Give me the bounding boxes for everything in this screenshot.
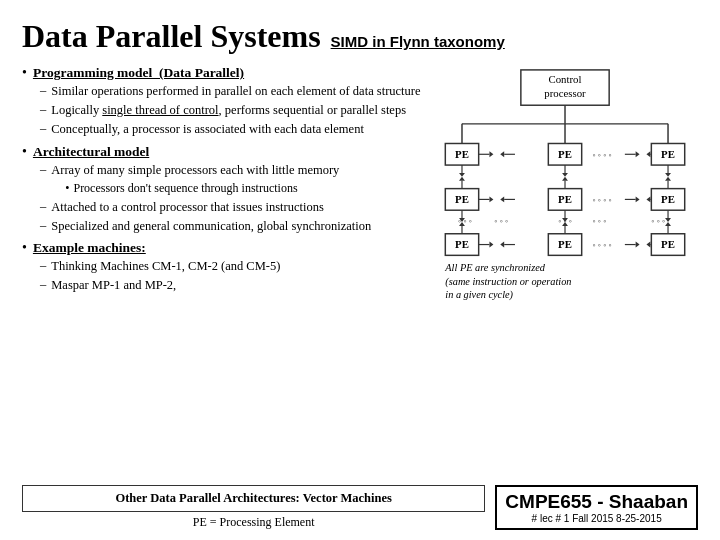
svg-marker-11 <box>489 151 493 157</box>
svg-text:All PE are synchronized: All PE are synchronized <box>444 262 545 273</box>
svg-text:PE: PE <box>455 148 469 160</box>
dash-3-2: – <box>40 277 46 292</box>
svg-text:PE: PE <box>661 148 675 160</box>
architectural-model-label: Architectural model <box>33 144 149 160</box>
sub-item-1-3: – Conceptually, a processor is associate… <box>40 121 425 138</box>
bullet-example-machines: • Example machines: <box>22 240 425 256</box>
svg-marker-45 <box>636 196 640 202</box>
svg-text:Control: Control <box>549 73 582 85</box>
sub-item-3-1: – Thinking Machines CM-1, CM-2 (and CM-5… <box>40 258 425 275</box>
sub-text-3-2: Maspar MP-1 and MP-2, <box>51 277 176 294</box>
content-area: • Programming model (Data Parallel) – Si… <box>22 65 698 325</box>
bullet-architectural-model: • Architectural model <box>22 144 425 160</box>
sub-item-2-1: – Array of many simple processors each w… <box>40 162 425 197</box>
svg-marker-66 <box>665 222 671 226</box>
pe-equals-label: PE = Processing Element <box>22 515 485 530</box>
architecture-diagram: Control processor PE <box>438 65 693 325</box>
cmpe-box: CMPE655 - Shaaban # lec # 1 Fall 2015 8-… <box>495 485 698 530</box>
svg-marker-26 <box>562 173 568 177</box>
sub-text-1-1: Similar operations performed in parallel… <box>51 83 420 100</box>
sub-text-1-2: Logically single thread of control, perf… <box>51 102 406 119</box>
svg-marker-18 <box>636 151 640 157</box>
sub-text-2-2: Attached to a control processor that iss… <box>51 199 324 216</box>
section-example-machines: • Example machines: – Thinking Machines … <box>22 240 425 294</box>
bullet-dot-3: • <box>22 240 27 256</box>
bullet-small-2-1-1: • <box>65 180 69 196</box>
sub-item-1-2: – Logically single thread of control, pe… <box>40 102 425 119</box>
dash-3-1: – <box>40 258 46 273</box>
title-area: Data Parallel Systems SIMD in Flynn taxo… <box>22 18 698 55</box>
cmpe-sub: # lec # 1 Fall 2015 8-25-2015 <box>505 513 688 524</box>
slide: Data Parallel Systems SIMD in Flynn taxo… <box>0 0 720 540</box>
sub-item-1-1: – Similar operations performed in parall… <box>40 83 425 100</box>
sub-sub-text-2-1-1: Processors don't sequence through instru… <box>73 180 297 196</box>
section-architectural-model: • Architectural model – Array of many si… <box>22 144 425 235</box>
svg-text:PE: PE <box>661 238 675 250</box>
svg-marker-13 <box>500 151 504 157</box>
other-architectures-box: Other Data Parallel Architectures: Vecto… <box>22 485 485 530</box>
svg-text:◦ ◦ ◦ ◦: ◦ ◦ ◦ ◦ <box>592 150 611 160</box>
svg-marker-38 <box>489 196 493 202</box>
section-programming-model: • Programming model (Data Parallel) – Si… <box>22 65 425 138</box>
svg-text:◦ ◦ ◦ ◦: ◦ ◦ ◦ ◦ <box>592 195 611 205</box>
svg-text:processor: processor <box>544 87 586 99</box>
left-column: • Programming model (Data Parallel) – Si… <box>22 65 425 325</box>
bullet-dot-2: • <box>22 144 27 160</box>
programming-model-sublist: – Similar operations performed in parall… <box>40 83 425 138</box>
sub-item-3-2: – Maspar MP-1 and MP-2, <box>40 277 425 294</box>
right-column: Control processor PE <box>433 65 698 325</box>
sub-text-3-1: Thinking Machines CM-1, CM-2 (and CM-5) <box>51 258 280 275</box>
svg-text:PE: PE <box>558 148 572 160</box>
example-machines-label: Example machines: <box>33 240 146 256</box>
svg-marker-24 <box>459 173 465 177</box>
svg-text:◦ ◦ ◦: ◦ ◦ ◦ <box>592 216 606 226</box>
svg-marker-79 <box>646 242 650 248</box>
svg-text:◦ ◦ ◦: ◦ ◦ ◦ <box>651 216 665 226</box>
svg-marker-20 <box>646 151 650 157</box>
svg-marker-70 <box>489 242 493 248</box>
svg-text:PE: PE <box>455 193 469 205</box>
programming-model-label: Programming model (Data Parallel) <box>33 65 244 81</box>
dash-1-2: – <box>40 102 46 117</box>
svg-text:(same instruction or operation: (same instruction or operation <box>445 276 571 288</box>
architectural-model-sublist: – Array of many simple processors each w… <box>40 162 425 235</box>
svg-marker-34 <box>665 177 671 181</box>
sub-sub-list-2-1: • Processors don't sequence through inst… <box>65 180 339 196</box>
svg-text:◦ ◦ ◦ ◦: ◦ ◦ ◦ ◦ <box>592 240 611 250</box>
sub-item-2-3: – Specialized and general communication,… <box>40 218 425 235</box>
svg-text:PE: PE <box>661 193 675 205</box>
svg-text:PE: PE <box>455 238 469 250</box>
sub-text-1-3: Conceptually, a processor is associated … <box>51 121 364 138</box>
svg-marker-40 <box>500 196 504 202</box>
svg-text:◦ ◦ ◦: ◦ ◦ ◦ <box>458 216 472 226</box>
svg-marker-64 <box>665 218 671 222</box>
other-box-label: Other Data Parallel Architectures: Vecto… <box>22 485 485 512</box>
dash-1-3: – <box>40 121 46 136</box>
example-machines-sublist: – Thinking Machines CM-1, CM-2 (and CM-5… <box>40 258 425 294</box>
svg-text:PE: PE <box>558 193 572 205</box>
sub-text-2-3: Specialized and general communication, g… <box>51 218 371 235</box>
svg-text:in a given cycle): in a given cycle) <box>445 290 513 302</box>
dash-2-1: – <box>40 162 46 177</box>
sub-item-2-2: – Attached to a control processor that i… <box>40 199 425 216</box>
bullet-programming-model: • Programming model (Data Parallel) <box>22 65 425 81</box>
sub-text-2-1: Array of many simple processors each wit… <box>51 162 339 197</box>
bullet-dot-1: • <box>22 65 27 81</box>
dash-2-2: – <box>40 199 46 214</box>
sub-sub-item-2-1-1: • Processors don't sequence through inst… <box>65 180 339 196</box>
svg-marker-30 <box>459 177 465 181</box>
svg-marker-72 <box>500 242 504 248</box>
dash-1-1: – <box>40 83 46 98</box>
cmpe-title: CMPE655 - Shaaban <box>505 491 688 513</box>
title-sub: SIMD in Flynn taxonomy <box>331 33 505 50</box>
svg-marker-32 <box>562 177 568 181</box>
dash-2-3: – <box>40 218 46 233</box>
svg-marker-77 <box>636 242 640 248</box>
svg-marker-28 <box>665 173 671 177</box>
title-main: Data Parallel Systems <box>22 18 321 55</box>
svg-text:PE: PE <box>558 238 572 250</box>
svg-marker-47 <box>646 196 650 202</box>
svg-text:◦ ◦ ◦: ◦ ◦ ◦ <box>494 216 508 226</box>
